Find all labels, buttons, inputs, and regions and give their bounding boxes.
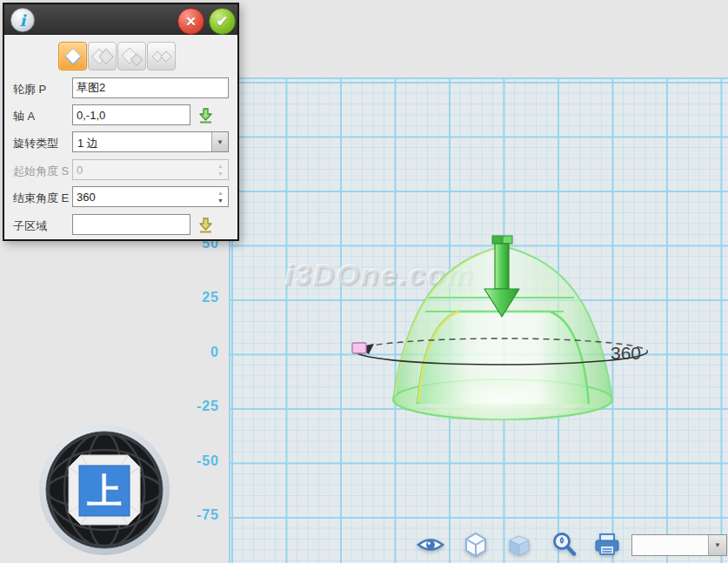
axis-tick-25: 25 <box>158 290 219 305</box>
watermark-text: i3DOne.com <box>285 258 475 292</box>
end-angle-input[interactable] <box>73 187 228 206</box>
profile-field[interactable] <box>72 77 229 98</box>
subregion-field[interactable] <box>72 214 190 235</box>
start-angle-label: 起始角度 S <box>13 164 69 179</box>
view-preset-dropdown[interactable]: ▼ <box>631 534 727 556</box>
confirm-button[interactable]: ✔ <box>209 8 236 35</box>
view-cube-top-face[interactable]: 上 <box>69 455 140 525</box>
axis-tick-0: 0 <box>158 345 219 360</box>
mode-button-double-diamond-icon[interactable] <box>88 42 117 70</box>
view-cube-face-label: 上 <box>87 472 122 510</box>
wireframe-cube-icon[interactable] <box>461 530 491 560</box>
revolve-dialog: i ✕ ✔ <box>3 3 239 241</box>
print-icon[interactable] <box>592 530 622 560</box>
subregion-label: 子区域 <box>13 218 47 234</box>
pick-subregion-arrow-icon[interactable] <box>197 217 214 233</box>
dropdown-arrow-icon[interactable]: ▼ <box>708 535 726 555</box>
mode-button-single-diamond-icon[interactable] <box>58 42 87 70</box>
start-angle-spinner-icon: ▲ ▼ <box>215 161 226 178</box>
pick-axis-arrow-icon[interactable] <box>197 107 214 124</box>
revolve-mode-toolbar <box>58 42 176 70</box>
cancel-button[interactable]: ✕ <box>177 8 204 35</box>
subregion-input[interactable] <box>73 215 190 234</box>
mode-button-small-pair-diamond-icon[interactable] <box>147 42 176 70</box>
view-cube-navigator[interactable]: 上 <box>37 423 172 559</box>
rotation-type-label: 旋转类型 <box>13 136 58 151</box>
axis-field[interactable] <box>72 104 190 125</box>
visibility-icon[interactable] <box>416 530 445 560</box>
profile-input[interactable] <box>73 78 228 97</box>
rotation-type-value: 1 边 <box>77 136 98 151</box>
dropdown-arrow-icon[interactable]: ▼ <box>211 132 228 151</box>
zoom-icon[interactable] <box>550 530 579 560</box>
solid-cube-icon[interactable] <box>504 530 534 560</box>
axis-label: 轴 A <box>13 109 35 124</box>
end-angle-field[interactable]: ▲ ▼ <box>72 186 229 207</box>
start-angle-field: ▲ ▼ <box>72 159 229 180</box>
profile-label: 轮廓 P <box>13 82 46 97</box>
info-icon[interactable]: i <box>10 8 35 32</box>
cad-app-window: 50 25 0 -25 -50 -75 i3DOne.com <box>0 0 728 563</box>
viewport-grid-canvas[interactable] <box>229 77 728 563</box>
start-angle-input <box>73 160 228 179</box>
end-angle-spinner-icon[interactable]: ▲ ▼ <box>215 188 226 205</box>
end-angle-label: 结束角度 E <box>13 191 69 206</box>
axis-input[interactable] <box>73 105 190 124</box>
axis-tick-n25: -25 <box>158 399 219 414</box>
rotation-type-dropdown[interactable]: 1 边 ▼ <box>72 131 229 152</box>
mode-button-offset-diamond-icon[interactable] <box>117 42 146 70</box>
